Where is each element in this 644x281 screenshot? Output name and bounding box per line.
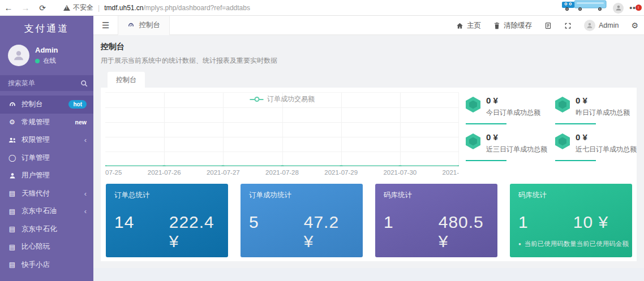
card-codes-used: 码库统计 110 ¥ ●当前已使用码数量 当前已使用码金额 xyxy=(510,184,632,257)
url-path: /mplys.php/dashboard?ref=addtabs xyxy=(144,4,250,12)
card-codes-available: 码库统计 1480.5 ¥ ●当前可使用码数量 当前可使用码金额 xyxy=(375,184,497,257)
footer xyxy=(93,268,644,281)
tab-dashboard[interactable]: 控制台 xyxy=(118,16,170,35)
menu-search-input[interactable] xyxy=(0,75,93,91)
trash-icon xyxy=(493,22,500,29)
hexagon-icon xyxy=(466,133,480,149)
more-menu-icon[interactable]: ••! xyxy=(629,3,639,12)
sidebar-item-jd-sinopec-oil[interactable]: ▤ 京东中石油 ‹ xyxy=(0,202,93,221)
sidebar-item-tmall-pay[interactable]: ▤ 天猫代付 ‹ xyxy=(0,185,93,203)
chevron-left-icon: ‹ xyxy=(84,189,87,198)
stat-yesterday: 0 ¥昨日订单成功总额 xyxy=(555,96,637,124)
circle-icon: ◯ xyxy=(8,154,16,162)
list-icon: ▤ xyxy=(8,189,16,197)
sidebar-item-kuaishou[interactable]: ▤ 快手小店 xyxy=(0,256,93,274)
list-icon: ▤ xyxy=(8,225,16,233)
new-badge: new xyxy=(75,119,87,126)
page-subtitle: 用于展示当前系统中的统计数据、统计报表及重要实时数据 xyxy=(101,56,277,66)
sidebar-item-users[interactable]: 用户管理 xyxy=(0,167,93,185)
stat-underline xyxy=(466,123,506,124)
content-tab-dashboard[interactable]: 控制台 xyxy=(108,72,145,88)
sidebar-item-permissions[interactable]: 权限管理 ‹ xyxy=(0,131,93,149)
user-name: Admin xyxy=(35,46,58,54)
truck-graphic xyxy=(561,0,607,14)
gear-icon: ⚙ xyxy=(631,21,638,30)
browser-toolbar: ← → ⟳ 不安全 | tmdf.uh51.cn/mplys.php/dashb… xyxy=(0,0,644,16)
list-icon: ▤ xyxy=(8,207,16,215)
stat-7days: 0 ¥近七日订单成功总额 xyxy=(555,132,637,161)
refresh-icon[interactable]: ⟳ xyxy=(34,3,51,12)
search-icon xyxy=(80,79,88,89)
stat-3days: 0 ¥近三日订单成功总额 xyxy=(466,132,547,161)
legend-label: 订单成功交易额 xyxy=(267,94,315,104)
card-success-orders: 订单成功统计 547.2 ¥ ●当前订单成功数量 当前订单成功金额 xyxy=(241,184,363,257)
security-label: 不安全 xyxy=(73,3,93,12)
card-total-orders: 订单总统计 14222.4 ¥ ●当前订单总数量 当前订单总金额 xyxy=(106,184,228,257)
user-status: 在线 xyxy=(35,57,58,65)
dashboard-panel: 订单成功交易额 2021-07-25 2021-07-26 2021-07-27… xyxy=(101,88,637,261)
chevron-left-icon: ‹ xyxy=(84,207,87,215)
hexagon-icon xyxy=(466,97,480,113)
sidebar-item-orders[interactable]: ◯ 订单管理 xyxy=(0,149,93,167)
app-title: 支付通道 xyxy=(0,16,93,40)
avatar-icon xyxy=(584,20,595,31)
forward-icon[interactable]: → xyxy=(17,3,34,12)
orders-chart: 订单成功交易额 2021-07-25 2021-07-26 2021-07-27… xyxy=(105,92,459,178)
sidebar-menu: 控制台 hot ⚙ 常规管理 new 权限管理 ‹ ◯ 订单管理 用户管理 ▤ xyxy=(0,96,93,274)
stat-today: 0 ¥今日订单成功总额 xyxy=(466,96,547,124)
sidebar-item-jd-sinopec[interactable]: ▤ 京东中石化 xyxy=(0,221,93,239)
sidebar: 支付通道 Admin 在线 控制台 hot ⚙ 常规管理 ne xyxy=(0,16,93,281)
user-icon xyxy=(8,172,16,179)
legend-line-marker-icon xyxy=(250,99,263,100)
warning-icon xyxy=(63,5,70,11)
address-bar[interactable]: 不安全 | tmdf.uh51.cn/mplys.php/dashboard?r… xyxy=(63,3,250,12)
admin-menu[interactable]: Admin xyxy=(584,20,619,31)
url-host: tmdf.uh51.cn xyxy=(104,4,143,12)
chevron-left-icon: ‹ xyxy=(84,136,87,144)
chart-legend[interactable]: 订单成功交易额 xyxy=(250,94,315,104)
top-navbar: ☰ 控制台 主页 清除缓存 xyxy=(93,16,644,35)
main-area: ☰ 控制台 主页 清除缓存 xyxy=(93,16,644,281)
gauge-icon xyxy=(127,21,135,29)
back-icon[interactable]: ← xyxy=(0,3,17,12)
profile-avatar-icon[interactable] xyxy=(613,3,624,14)
fullscreen-button[interactable] xyxy=(564,22,572,29)
users-icon xyxy=(8,136,16,144)
chart-plot-area: 订单成功交易额 xyxy=(105,92,459,167)
sidebar-item-bixin[interactable]: ▤ 比心陪玩 xyxy=(0,238,93,256)
cogs-icon: ⚙ xyxy=(8,118,16,126)
stat-underline xyxy=(555,123,596,124)
hot-badge: hot xyxy=(68,100,87,109)
hexagon-icon xyxy=(555,97,570,113)
list-icon: ▤ xyxy=(8,261,16,269)
user-avatar xyxy=(8,45,29,66)
sidebar-item-general[interactable]: ⚙ 常规管理 new xyxy=(0,114,93,132)
notification-badge: ! xyxy=(636,5,642,11)
document-icon xyxy=(544,22,552,29)
chart-x-axis: 2021-07-25 2021-07-26 2021-07-27 2021-07… xyxy=(105,168,459,178)
hexagon-icon xyxy=(555,133,570,149)
stat-underline xyxy=(555,160,596,161)
summary-cards: 订单总统计 14222.4 ¥ ●当前订单总数量 当前订单总金额 订单成功统计 … xyxy=(106,184,632,257)
url-separator: | xyxy=(98,4,100,12)
home-button[interactable]: 主页 xyxy=(456,21,481,31)
online-dot-icon xyxy=(35,59,40,63)
settings-button[interactable]: ⚙ xyxy=(631,21,638,30)
stat-underline xyxy=(466,160,506,161)
user-panel: Admin 在线 xyxy=(0,40,93,73)
clear-cache-button[interactable]: 清除缓存 xyxy=(493,21,532,31)
gauge-icon xyxy=(8,101,16,109)
list-icon: ▤ xyxy=(8,243,16,251)
dot-icon: ● xyxy=(518,241,521,247)
fullscreen-icon xyxy=(564,22,572,29)
home-icon xyxy=(456,22,463,29)
sidebar-item-dashboard[interactable]: 控制台 hot xyxy=(0,96,93,114)
document-check-button[interactable] xyxy=(544,22,552,29)
hamburger-icon[interactable]: ☰ xyxy=(93,20,118,31)
summary-stats: 0 ¥今日订单成功总额 0 ¥昨日订单成功总额 0 ¥近三日订单成功总额 xyxy=(466,96,633,161)
page-title: 控制台 xyxy=(101,42,277,52)
